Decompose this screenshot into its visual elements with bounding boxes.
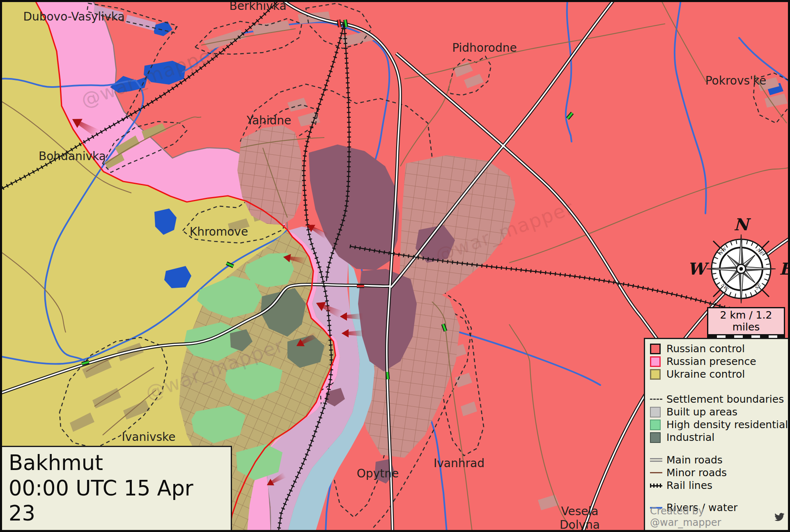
place-label-khromove: Khromove [190, 225, 248, 238]
built-up-swatch [650, 407, 661, 417]
industrial-swatch [650, 432, 661, 443]
place-label-vesela: Vesela [561, 504, 599, 518]
legend-row-russian-control: Russian control [650, 342, 788, 355]
compass-north-label: N [734, 215, 751, 234]
title-panel: Bakhmut 00:00 UTC 15 Apr 23 [2, 446, 232, 530]
legend-row-settlement-boundaries: Settlement boundaries [650, 393, 788, 406]
legend-row-russian-presence: Russian presence [650, 355, 788, 368]
map-timestamp: 00:00 UTC 15 Apr 23 [9, 476, 224, 526]
place-label-bohdanivka: Bohdanivka [39, 149, 106, 163]
twitter-bird-icon [774, 511, 785, 523]
place-label-opytne: Opytne [357, 467, 399, 480]
rail-line-sample [650, 484, 662, 488]
legend-row-minor-roads: Minor roads [650, 466, 788, 479]
russian-presence-swatch [650, 356, 661, 367]
place-label-pidhorodne: Pidhorodne [452, 41, 517, 55]
legend-row-ukraine-control: Ukraine control [650, 368, 788, 381]
minor-road-sample [650, 472, 662, 473]
legend-row-main-roads: Main roads [650, 454, 788, 466]
scale-bar: 2 km / 1.2 miles [707, 307, 785, 342]
place-label-dubovo-vasylivka: Dubovo-Vasylivka [23, 10, 124, 23]
legend-row-rail-lines: Rail lines [650, 479, 788, 492]
settlement-boundary-sample [650, 399, 662, 400]
legend-row-industrial: Industrial [650, 431, 788, 444]
russian-control-swatch [650, 344, 661, 354]
map-title: Bakhmut [9, 450, 224, 475]
legend-row-built-up: Built up areas [650, 406, 788, 418]
place-label-yahidne: Yahidne [246, 114, 292, 127]
attribution: Created by @war_mapper [650, 505, 785, 528]
high-density-swatch [650, 420, 661, 430]
legend-row-high-density: High density residential [650, 418, 788, 431]
place-label-ivanhrad: Ivanhrad [434, 456, 485, 470]
place-label-pokrovske: Pokrovs'ke [705, 74, 767, 87]
scale-bar-label: 2 km / 1.2 miles [707, 307, 785, 335]
place-label-ivanivske: Ivanivske [122, 430, 175, 444]
place-label-dolyna: Dolyna [560, 518, 600, 532]
war-map-screenshot: @war_mapper @war_mapper @war_mapper Dubo… [0, 0, 790, 532]
main-road-sample [650, 458, 662, 462]
ukraine-control-swatch [650, 369, 661, 380]
legend-panel: Russian control Russian presence Ukraine… [644, 338, 788, 530]
